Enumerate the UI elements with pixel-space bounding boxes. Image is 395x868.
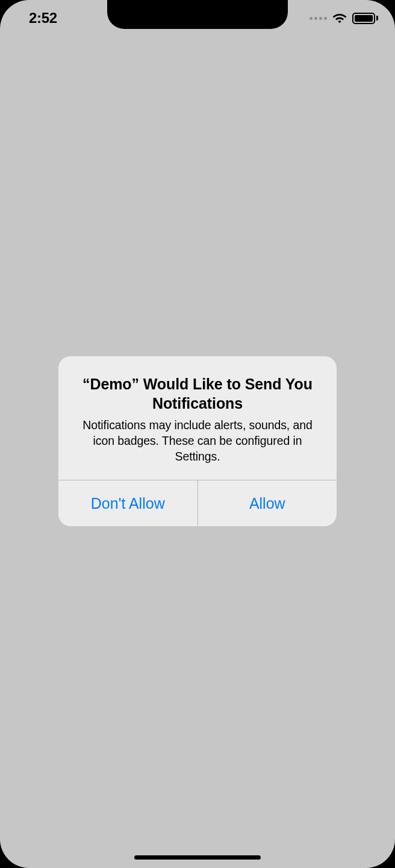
cellular-dots-icon (309, 17, 327, 20)
alert-title: “Demo” Would Like to Send You Notificati… (75, 374, 320, 414)
status-time: 2:52 (29, 10, 57, 27)
alert-message: Notifications may include alerts, sounds… (75, 417, 320, 465)
dont-allow-button[interactable]: Don't Allow (58, 480, 198, 526)
alert-button-row: Don't Allow Allow (58, 480, 337, 526)
allow-button[interactable]: Allow (198, 480, 337, 526)
notification-permission-alert: “Demo” Would Like to Send You Notificati… (58, 356, 337, 527)
alert-backdrop: “Demo” Would Like to Send You Notificati… (0, 0, 395, 868)
wifi-icon (332, 12, 347, 24)
battery-icon (352, 13, 378, 24)
device-screen: 2:52 “Demo” Would Like to Send You Notif… (0, 0, 395, 868)
home-indicator[interactable] (134, 855, 261, 860)
device-notch (107, 0, 288, 29)
status-indicators (309, 12, 378, 24)
